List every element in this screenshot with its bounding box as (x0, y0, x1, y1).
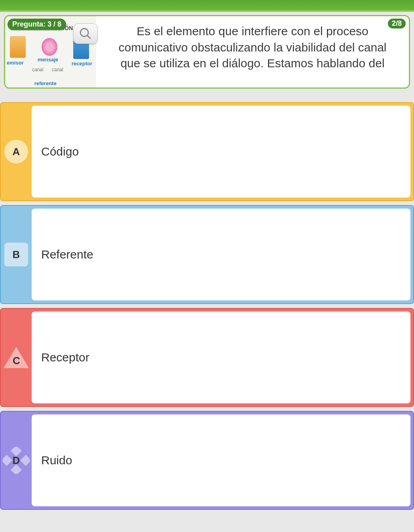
answer-option-c[interactable]: C Receptor (0, 308, 414, 407)
answer-option-d[interactable]: D Ruido (0, 411, 414, 510)
answer-option-b[interactable]: B Referente (0, 205, 414, 304)
triangle-icon: C (4, 347, 29, 368)
question-progress-badge: Pregunta: 3 / 8 (8, 19, 66, 30)
answer-text: Referente (32, 209, 410, 300)
answer-marker-side: A (1, 103, 32, 200)
svg-line-1 (87, 35, 91, 39)
top-bar (0, 0, 414, 12)
answer-letter: B (13, 249, 20, 261)
circle-icon: A (4, 140, 28, 163)
answer-marker-side: B (1, 206, 32, 303)
square-icon: B (4, 243, 28, 266)
label-emisor: emisor (7, 60, 24, 66)
answer-marker-side: D (1, 412, 32, 509)
answer-option-a[interactable]: A Código (0, 102, 414, 201)
answer-letter: D (13, 454, 20, 467)
question-count-badge: 2/8 (388, 19, 406, 28)
label-canal-right: canal (52, 67, 63, 72)
answer-letter: A (13, 146, 20, 158)
label-referente: referente (34, 80, 57, 86)
svg-point-0 (80, 28, 88, 36)
mensaje-icon (42, 38, 57, 56)
answer-marker-side: C (1, 309, 32, 406)
answers-list: A Código B Referente C Receptor D Ruido (0, 89, 414, 510)
zoom-image-button[interactable] (73, 23, 98, 44)
label-receptor: receptor (72, 61, 92, 66)
answer-letter: C (13, 355, 20, 367)
label-mensaje: mensaje (38, 57, 58, 63)
label-canal-left: canal (32, 67, 44, 72)
diamond-icon: D (1, 445, 31, 475)
question-text: Es el elemento que interfiere con el pro… (96, 16, 409, 87)
emisor-icon (10, 36, 26, 58)
answer-text: Ruido (32, 414, 410, 506)
magnifier-icon (79, 27, 92, 40)
answer-text: Código (32, 106, 410, 198)
answer-text: Receptor (32, 312, 410, 403)
question-card: Pregunta: 3 / 8 2/8 COMUNICACIÓN emisor … (4, 15, 410, 89)
